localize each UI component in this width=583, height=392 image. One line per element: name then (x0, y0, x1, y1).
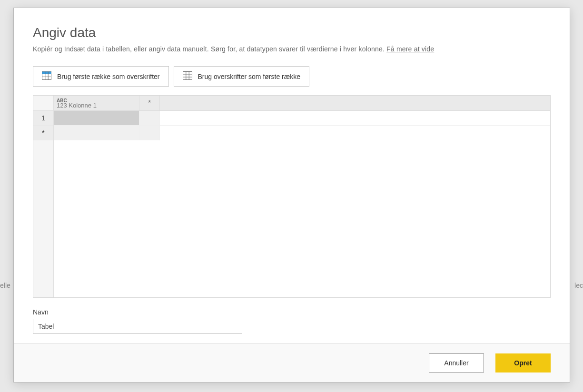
name-section: Navn (33, 308, 551, 334)
data-cell-1-add[interactable] (139, 111, 160, 125)
data-row-1 (54, 111, 550, 126)
button-label: Brug første række som overskrifter (57, 73, 160, 80)
column-type-sub: 123 (57, 102, 67, 109)
grid-body: ABC 123 Kolonne 1 * (54, 96, 550, 297)
row-number-1[interactable]: 1 (33, 111, 53, 126)
table-plain-icon (183, 71, 192, 81)
table-header-icon (42, 71, 51, 81)
create-button[interactable]: Opret (495, 353, 551, 372)
rownum-header-blank (33, 96, 53, 111)
background-text-left: elle (0, 282, 10, 289)
dialog-content: Angiv data Kopiér og Indsæt data i tabel… (14, 8, 570, 343)
data-grid[interactable]: 1 * ABC 123 Kolonne 1 * (33, 95, 551, 298)
use-headers-as-first-row-button[interactable]: Brug overskrifter som første række (174, 66, 310, 87)
use-first-row-as-headers-button[interactable]: Brug første række som overskrifter (33, 66, 169, 87)
data-cell-1-1[interactable] (54, 111, 139, 125)
column-header-1[interactable]: ABC 123 Kolonne 1 (54, 96, 139, 110)
name-label: Navn (33, 308, 551, 316)
column-name-label: 123 Kolonne 1 (57, 102, 136, 109)
table-name-input[interactable] (33, 319, 242, 334)
add-row-marker[interactable]: * (33, 126, 53, 140)
dialog-footer: Annuller Opret (14, 343, 570, 382)
svg-rect-1 (42, 72, 51, 74)
toolbar: Brug første række som overskrifter Brug … (33, 66, 551, 87)
add-column-marker[interactable]: * (139, 96, 160, 110)
add-row (54, 126, 550, 140)
column-header-row: ABC 123 Kolonne 1 * (54, 96, 550, 111)
button-label: Brug overskrifter som første række (198, 73, 301, 80)
subtitle-text: Kopiér og Indsæt data i tabellen, eller … (33, 45, 386, 53)
add-row-cell-1[interactable] (54, 126, 139, 140)
dialog-subtitle: Kopiér og Indsæt data i tabellen, eller … (33, 45, 551, 53)
svg-rect-6 (183, 72, 192, 80)
add-row-cell-add[interactable] (139, 126, 160, 140)
background-text-right: lec (574, 282, 583, 289)
row-number-gutter: 1 * (33, 96, 54, 297)
enter-data-dialog: Angiv data Kopiér og Indsæt data i tabel… (13, 8, 570, 382)
cancel-button[interactable]: Annuller (429, 353, 484, 372)
column-name-text: Kolonne 1 (69, 102, 97, 109)
dialog-title: Angiv data (33, 25, 551, 40)
learn-more-link[interactable]: Få mere at vide (386, 45, 434, 53)
